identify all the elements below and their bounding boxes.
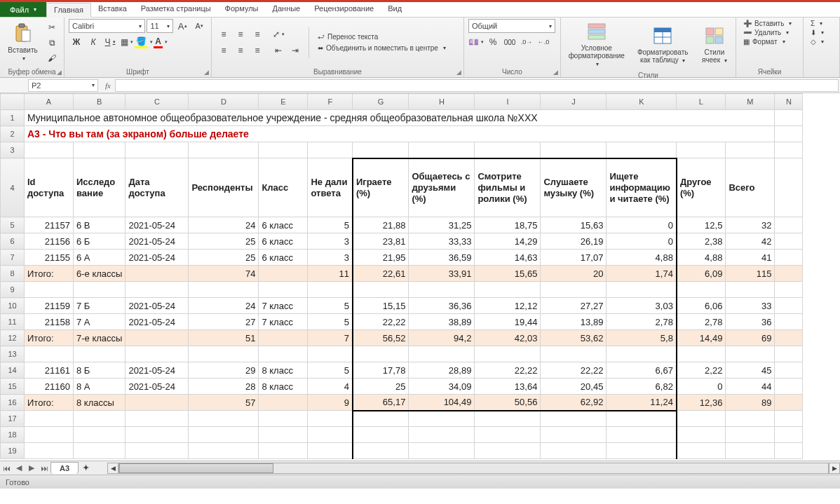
cell[interactable]: 6 Б xyxy=(74,233,126,250)
hscroll-left[interactable]: ◀ xyxy=(107,463,118,474)
insert-cells-button[interactable]: ➕Вставить▾ xyxy=(740,19,799,28)
col-header[interactable]: E xyxy=(259,94,308,110)
cell[interactable]: 28 xyxy=(189,379,259,395)
cell[interactable] xyxy=(353,443,409,459)
cell[interactable]: 104,49 xyxy=(409,395,475,411)
cell[interactable]: 0 xyxy=(607,217,677,233)
cell[interactable] xyxy=(775,346,803,362)
cell[interactable]: Респонденты xyxy=(189,158,259,217)
cell[interactable]: 0 xyxy=(607,233,677,250)
cell[interactable]: 6 А xyxy=(74,250,126,266)
launcher-icon[interactable]: ◢ xyxy=(57,69,62,76)
col-header[interactable]: N xyxy=(775,94,803,110)
align-top-button[interactable]: ≡ xyxy=(216,27,231,41)
cell[interactable]: A3 - Что вы там (за экраном) больше дела… xyxy=(25,126,775,142)
row-header[interactable]: 11 xyxy=(1,314,25,330)
row-header[interactable]: 12 xyxy=(1,330,25,346)
cell[interactable]: 53,62 xyxy=(541,330,607,346)
cell[interactable]: 14,63 xyxy=(475,250,541,266)
cell[interactable]: 22,22 xyxy=(541,362,607,379)
cell[interactable] xyxy=(775,282,803,298)
cut-button[interactable]: ✂ xyxy=(44,20,60,34)
align-center-button[interactable]: ≡ xyxy=(233,43,248,57)
col-header[interactable]: L xyxy=(677,94,726,110)
cell[interactable]: 7 класс xyxy=(259,314,308,330)
cell[interactable] xyxy=(775,379,803,395)
cell[interactable] xyxy=(25,443,74,459)
cell[interactable]: 21158 xyxy=(25,314,74,330)
align-left-button[interactable]: ≡ xyxy=(216,43,231,57)
cell[interactable]: 18,75 xyxy=(475,217,541,233)
hscroll-thumb[interactable] xyxy=(119,463,273,473)
cell[interactable]: 2,78 xyxy=(607,314,677,330)
cell[interactable]: 22,22 xyxy=(475,362,541,379)
cell[interactable]: 94,2 xyxy=(409,330,475,346)
cell[interactable] xyxy=(541,443,607,459)
cell[interactable] xyxy=(308,346,353,362)
cell[interactable] xyxy=(25,427,74,443)
shrink-font-button[interactable]: A▾ xyxy=(191,19,207,33)
cell[interactable]: 7-е классы xyxy=(74,330,126,346)
autosum-button[interactable]: Σ▾ xyxy=(808,19,825,28)
row-header[interactable]: 3 xyxy=(1,142,25,158)
cell[interactable] xyxy=(259,266,308,282)
cell[interactable] xyxy=(775,233,803,250)
cell[interactable]: 11,24 xyxy=(607,395,677,411)
increase-decimal-button[interactable]: .0→ xyxy=(519,35,534,49)
cell-styles-button[interactable]: Стили ячеек ▾ xyxy=(698,23,731,66)
cell[interactable] xyxy=(409,411,475,427)
cell[interactable] xyxy=(726,346,775,362)
cell[interactable] xyxy=(409,282,475,298)
tab-page-layout[interactable]: Разметка страницы xyxy=(134,2,218,17)
cell[interactable] xyxy=(726,282,775,298)
row-header[interactable]: 8 xyxy=(1,266,25,282)
cell[interactable] xyxy=(74,282,126,298)
cell[interactable] xyxy=(74,427,126,443)
col-header[interactable]: K xyxy=(607,94,677,110)
col-header[interactable]: M xyxy=(726,94,775,110)
cell[interactable] xyxy=(308,443,353,459)
cell[interactable]: 21157 xyxy=(25,217,74,233)
hscroll-track[interactable] xyxy=(118,463,829,474)
col-header[interactable]: I xyxy=(475,94,541,110)
cell[interactable]: Исследо вание xyxy=(74,158,126,217)
cell[interactable] xyxy=(189,282,259,298)
cell[interactable]: 12,36 xyxy=(677,395,726,411)
cell[interactable]: 8 классы xyxy=(74,395,126,411)
cell[interactable] xyxy=(541,142,607,158)
increase-indent-button[interactable]: ⇥ xyxy=(287,43,303,57)
cell[interactable]: 8 А xyxy=(74,379,126,395)
cell[interactable]: 12,12 xyxy=(475,298,541,314)
copy-button[interactable]: ⧉ xyxy=(44,36,60,50)
cell[interactable]: 27,27 xyxy=(541,298,607,314)
cell[interactable]: 6 В xyxy=(74,217,126,233)
cell[interactable]: 6,09 xyxy=(677,266,726,282)
cell[interactable]: 3 xyxy=(308,250,353,266)
cell[interactable]: 3 xyxy=(308,233,353,250)
launcher-icon[interactable]: ◢ xyxy=(204,69,209,76)
decrease-decimal-button[interactable]: ←.0 xyxy=(536,35,551,49)
cell[interactable] xyxy=(353,411,409,427)
cell[interactable] xyxy=(775,314,803,330)
cell[interactable] xyxy=(259,411,308,427)
cell[interactable] xyxy=(189,346,259,362)
cell[interactable]: 21,88 xyxy=(353,217,409,233)
cell[interactable]: 2021-05-24 xyxy=(126,298,189,314)
cell[interactable] xyxy=(607,282,677,298)
col-header[interactable]: A xyxy=(25,94,74,110)
cell[interactable]: 20 xyxy=(541,266,607,282)
cell[interactable]: 15,65 xyxy=(475,266,541,282)
cell[interactable]: 7 А xyxy=(74,314,126,330)
cell[interactable]: 8 класс xyxy=(259,362,308,379)
cell[interactable]: 2,38 xyxy=(677,233,726,250)
underline-button[interactable]: Ч▾ xyxy=(102,35,118,49)
row-header[interactable]: 10 xyxy=(1,298,25,314)
cell[interactable]: Итого: xyxy=(25,266,74,282)
cell[interactable] xyxy=(541,346,607,362)
cell[interactable] xyxy=(775,158,803,217)
cell[interactable] xyxy=(189,411,259,427)
sheet-nav-prev[interactable]: ◀ xyxy=(13,463,25,472)
cell[interactable] xyxy=(353,282,409,298)
cell[interactable]: 2021-05-24 xyxy=(126,217,189,233)
cell[interactable]: 9 xyxy=(308,395,353,411)
